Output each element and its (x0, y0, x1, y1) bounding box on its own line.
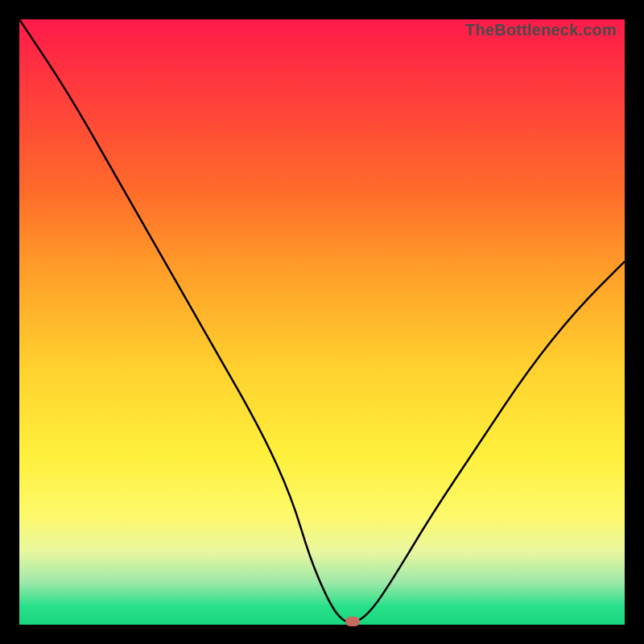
bottleneck-marker (345, 617, 360, 626)
plot-area: TheBottleneck.com (19, 19, 625, 625)
bottleneck-curve (19, 19, 625, 625)
chart-frame: TheBottleneck.com (0, 0, 644, 644)
